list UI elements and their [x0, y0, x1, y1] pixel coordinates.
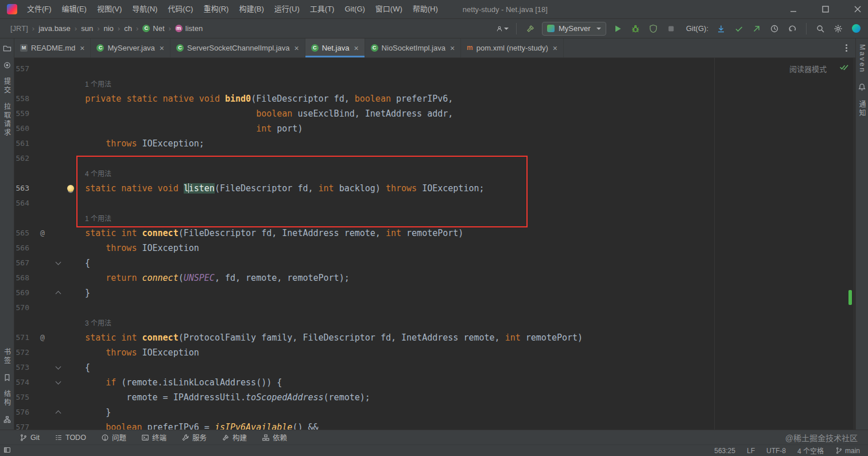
- menu-item[interactable]: 工具(T): [305, 0, 340, 18]
- annotation-gutter-icon[interactable]: @: [40, 226, 45, 241]
- tool-terminal-button[interactable]: 终端: [141, 432, 166, 443]
- fold-up-icon[interactable]: [56, 291, 61, 297]
- intention-bulb-icon[interactable]: [67, 185, 74, 192]
- history-button[interactable]: [768, 22, 781, 35]
- menu-item[interactable]: 代码(C): [162, 0, 198, 18]
- tool-notifications-button[interactable]: 通知: [857, 101, 867, 118]
- tool-problems-button[interactable]: 问题: [101, 432, 126, 443]
- tool-todo-button[interactable]: TODO: [55, 434, 86, 442]
- indent-setting[interactable]: 4 个空格: [797, 446, 824, 455]
- update-project-button[interactable]: [715, 22, 727, 35]
- user-menu-button[interactable]: [496, 22, 509, 35]
- usage-inlay-hint[interactable]: 3 个用法: [85, 316, 111, 331]
- editor[interactable]: 5571 个用法558 private static native void b…: [14, 58, 855, 430]
- settings-button[interactable]: [832, 22, 844, 35]
- tool-project-button[interactable]: [3, 44, 11, 53]
- breadcrumb-item[interactable]: CNet: [140, 23, 166, 34]
- fold-down-icon[interactable]: [56, 260, 61, 265]
- tab-pom.xml (netty-study)[interactable]: mpom.xml (netty-study)×: [461, 38, 564, 57]
- debug-button[interactable]: [629, 22, 642, 35]
- close-tab-icon[interactable]: ×: [160, 44, 164, 53]
- push-button[interactable]: [750, 22, 763, 35]
- breadcrumb-item[interactable]: mlisten: [173, 23, 205, 34]
- file-encoding[interactable]: UTF-8: [766, 447, 786, 455]
- close-tab-icon[interactable]: ×: [450, 44, 455, 53]
- line-separator[interactable]: LF: [747, 447, 755, 455]
- tool-structure-button[interactable]: 结构: [2, 390, 12, 407]
- tab-options-icon[interactable]: [846, 47, 847, 49]
- coverage-button[interactable]: [647, 22, 660, 35]
- tab-Net.java[interactable]: CNet.java×: [305, 38, 365, 57]
- close-tab-icon[interactable]: ×: [294, 44, 299, 53]
- menu-item[interactable]: 文件(F): [22, 0, 57, 18]
- breadcrumb-item[interactable]: sun: [79, 23, 95, 34]
- branch-icon: [835, 447, 843, 454]
- tool-services-button[interactable]: 服务: [181, 432, 207, 443]
- menu-item[interactable]: 帮助(H): [408, 0, 443, 18]
- line-number: [14, 166, 33, 181]
- usage-inlay-hint[interactable]: 1 个用法: [85, 211, 111, 226]
- minimize-button[interactable]: [789, 5, 798, 14]
- tab-NioSocketImpl.java[interactable]: CNioSocketImpl.java×: [365, 38, 461, 57]
- tool-dependencies-button[interactable]: 依赖: [262, 432, 287, 443]
- annotation-gutter-icon[interactable]: @: [40, 330, 45, 345]
- build-button[interactable]: [524, 22, 537, 35]
- tab-MyServer.java[interactable]: CMyServer.java×: [91, 38, 170, 57]
- menu-item[interactable]: 导航(N): [127, 0, 162, 18]
- close-tab-icon[interactable]: ×: [80, 44, 84, 53]
- code-line: boolean useExclBind, InetAddress addr,: [64, 106, 855, 121]
- menu-item[interactable]: 窗口(W): [370, 0, 408, 18]
- layout-icon[interactable]: [3, 446, 11, 456]
- menu-item[interactable]: 编辑(E): [57, 0, 92, 18]
- bookmark-icon[interactable]: [3, 373, 11, 382]
- tool-git-button[interactable]: Git: [20, 434, 40, 442]
- tool-label: 依赖: [273, 432, 287, 443]
- menu-item[interactable]: 重构(R): [198, 0, 234, 18]
- fold-up-icon[interactable]: [56, 411, 61, 416]
- run-config-select[interactable]: MyServer: [542, 22, 606, 36]
- search-everywhere-button[interactable]: [814, 22, 827, 35]
- code-row: 1 个用法: [14, 211, 855, 226]
- commit-button[interactable]: [733, 22, 745, 35]
- usage-inlay-hint[interactable]: 4 个用法: [85, 167, 111, 181]
- fold-down-icon[interactable]: [56, 364, 61, 370]
- inspections-ok-icon[interactable]: [839, 63, 850, 73]
- tool-commit-button[interactable]: 提交: [2, 78, 12, 95]
- scrollbar-change-marker[interactable]: [848, 290, 852, 305]
- tool-commit-icon[interactable]: [3, 61, 11, 69]
- tab-README.md[interactable]: MREADME.md×: [14, 38, 91, 57]
- menu-item[interactable]: 构建(B): [234, 0, 269, 18]
- breadcrumb-item[interactable]: [JRT]: [8, 23, 30, 34]
- tool-maven-button[interactable]: Maven: [858, 44, 866, 74]
- run-button[interactable]: [611, 22, 624, 35]
- usage-inlay-hint[interactable]: 1 个用法: [85, 77, 111, 92]
- close-tab-icon[interactable]: ×: [553, 44, 557, 53]
- close-tab-icon[interactable]: ×: [354, 44, 358, 53]
- tab-ServerSocketChannelImpl.java[interactable]: CServerSocketChannelImpl.java×: [170, 38, 305, 57]
- editor-scrollbar[interactable]: [853, 58, 855, 430]
- stop-button[interactable]: [665, 22, 677, 35]
- tool-pull-requests-button[interactable]: 拉取请求: [2, 103, 12, 137]
- tool-build-button[interactable]: 构建: [222, 432, 247, 443]
- maximize-button[interactable]: [821, 5, 830, 14]
- menu-item[interactable]: 视图(V): [92, 0, 127, 18]
- code-token: connect: [142, 228, 178, 238]
- breadcrumb-item[interactable]: ch: [122, 23, 134, 34]
- close-button[interactable]: [853, 5, 862, 14]
- menu-item[interactable]: 运行(U): [269, 0, 305, 18]
- breadcrumb-item[interactable]: nio: [101, 23, 115, 34]
- menu-item[interactable]: Git(G): [339, 0, 370, 18]
- breadcrumb-item[interactable]: java.base: [36, 23, 73, 34]
- git-branch-widget[interactable]: main: [835, 447, 860, 455]
- caret-position[interactable]: 563:25: [714, 447, 735, 455]
- fold-down-icon[interactable]: [56, 379, 61, 385]
- code-token: boolean: [106, 422, 142, 430]
- feature-trainer-icon[interactable]: [850, 22, 862, 35]
- rollback-button[interactable]: [786, 22, 799, 35]
- reader-mode-toggle[interactable]: 阅读器模式: [789, 63, 827, 74]
- code-row: 576 }: [14, 405, 855, 420]
- notifications-bell-icon[interactable]: [858, 83, 866, 91]
- gutter: [33, 151, 64, 166]
- tool-bookmarks-button[interactable]: 书签: [2, 348, 12, 365]
- structure-icon[interactable]: [3, 415, 11, 424]
